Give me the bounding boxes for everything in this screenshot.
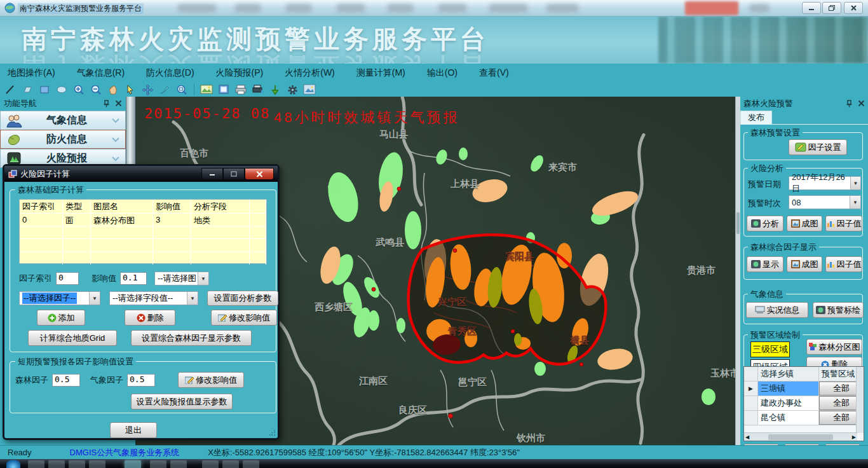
map-label: 武鸣县 xyxy=(376,237,404,249)
menu-fire-risk-forecast[interactable]: 火险预报(P) xyxy=(216,67,264,79)
dialog-minimize-button[interactable] xyxy=(201,168,223,180)
taskbar-item[interactable] xyxy=(89,460,105,468)
move-tool-icon[interactable] xyxy=(141,84,154,96)
display-button[interactable]: 显示 xyxy=(747,256,783,272)
zoom-in-icon[interactable] xyxy=(72,84,85,96)
live-info-button[interactable]: 实况信息 xyxy=(746,302,808,318)
menu-view[interactable]: 查看(V) xyxy=(479,67,509,79)
calc-grid-button[interactable]: 计算综合地质Grid xyxy=(28,330,117,346)
menu-measurement[interactable]: 测量计算(M) xyxy=(356,67,405,79)
factor-combo[interactable]: --请选择因子--▼ xyxy=(19,291,100,305)
modify-impact-button[interactable]: 修改影响值 xyxy=(211,310,277,326)
taskbar-item-active[interactable] xyxy=(125,460,141,468)
fire-factor-dialog[interactable]: 火险因子计算 森林基础因子计算 因子索引 类型 图层名 影响值 分析字段 xyxy=(3,164,280,440)
taskbar[interactable] xyxy=(0,459,868,468)
table-row[interactable]: ▶ 三塘镇 全部 xyxy=(744,382,864,396)
make-map-button[interactable]: 成图 xyxy=(787,216,822,231)
polygon-tool-icon[interactable] xyxy=(21,84,34,96)
rectangle-tool-icon[interactable] xyxy=(38,84,51,96)
pin-icon[interactable] xyxy=(103,100,110,107)
forest-zone-map-button[interactable]: 森林分区图 xyxy=(806,339,862,355)
nav-item-fire-prevention[interactable]: 防火信息 xyxy=(0,130,126,149)
taskbar-item[interactable] xyxy=(222,460,239,468)
township-cell[interactable]: 三塘镇 xyxy=(758,382,819,396)
menu-map-operations[interactable]: 地图操作(A) xyxy=(8,67,55,79)
tab-publish[interactable]: 发布 xyxy=(740,111,772,124)
factor-value-button-2[interactable]: 因子值 xyxy=(825,256,862,272)
ellipse-tool-icon[interactable] xyxy=(55,84,68,96)
close-icon[interactable] xyxy=(115,100,122,107)
township-cell[interactable]: 昆仑镇 xyxy=(758,411,819,425)
table-horizontal-scrollbar[interactable]: ◀ ▶ xyxy=(744,432,857,441)
taskbar-item[interactable] xyxy=(28,460,44,468)
factor-table-row[interactable]: 0 面 森林分布图 3 地类 xyxy=(20,214,266,226)
level3-area-button[interactable]: 三级区域 xyxy=(750,341,790,357)
taskbar-item[interactable] xyxy=(69,460,85,468)
taskbar-item[interactable] xyxy=(243,460,259,468)
pan-hand-icon[interactable] xyxy=(107,84,119,96)
make-map-button-2[interactable]: 成图 xyxy=(787,256,822,272)
settings-gear-icon[interactable] xyxy=(286,84,299,96)
factor-value-button[interactable]: 因子值 xyxy=(825,216,862,231)
close-icon[interactable] xyxy=(858,100,865,107)
window-restore-button[interactable] xyxy=(822,2,841,14)
warning-date-combo[interactable]: 2017年12月26日▼ xyxy=(789,176,861,190)
export-down-icon[interactable] xyxy=(269,84,281,96)
start-orb-icon[interactable] xyxy=(6,460,20,468)
table-vertical-scrollbar[interactable] xyxy=(856,367,864,433)
dialog-titlebar[interactable]: 火险因子计算 xyxy=(4,166,278,182)
dialog-maximize-button[interactable] xyxy=(223,168,245,180)
group-label: 森林基础因子计算 xyxy=(15,184,86,196)
print-setup-icon[interactable] xyxy=(252,84,264,96)
taskbar-item[interactable] xyxy=(48,460,65,468)
zoom-out-icon[interactable] xyxy=(90,84,102,96)
menu-fire-prevention[interactable]: 防火信息(D) xyxy=(146,67,194,79)
set-fire-display-button[interactable]: 设置火险预报值显示参数 xyxy=(131,394,233,410)
print-icon[interactable] xyxy=(234,84,247,96)
warning-plot-button[interactable]: 预警标绘 xyxy=(813,302,864,318)
layer-combo[interactable]: --请选择图▼ xyxy=(154,272,209,286)
menu-fire-analysis[interactable]: 火情分析(W) xyxy=(285,67,335,79)
map-vertical-scrollbar[interactable] xyxy=(735,97,740,445)
factor-index-input[interactable]: 0 xyxy=(56,272,79,285)
table-row[interactable]: 建政办事处 全部 xyxy=(744,396,864,411)
zoom-window-icon[interactable] xyxy=(175,84,188,96)
plot-icon xyxy=(816,306,825,314)
weather-factor-input[interactable]: 0.5 xyxy=(127,374,155,387)
analyze-button[interactable]: 分析 xyxy=(747,216,783,231)
pin-icon[interactable] xyxy=(846,100,853,107)
window-close-button[interactable] xyxy=(844,2,863,14)
add-button[interactable]: 添加 xyxy=(37,310,85,326)
select-arrow-icon[interactable] xyxy=(124,84,137,96)
dialog-close-button[interactable] xyxy=(245,168,274,180)
draw-line-icon[interactable] xyxy=(4,84,17,96)
taskbar-item[interactable] xyxy=(202,460,219,468)
layout-view-icon[interactable] xyxy=(217,84,230,96)
image-export-icon[interactable] xyxy=(200,84,213,96)
window-minimize-button[interactable] xyxy=(802,2,821,14)
fire-warning-panel: 森林火险预警 发布 森林预警设置 因子设置 火险分析 预警日期 2017年12月… xyxy=(740,97,868,445)
resize-grip[interactable] xyxy=(269,430,276,436)
field-value-combo[interactable]: --请选择字段值--▼ xyxy=(109,291,198,305)
factor-settings-button[interactable]: 因子设置 xyxy=(789,139,847,155)
table-row[interactable]: 昆仑镇 全部 xyxy=(744,411,864,425)
taskbar-item[interactable] xyxy=(150,460,166,468)
modify-impact-button-2[interactable]: 修改影响值 xyxy=(178,372,244,388)
forest-factor-input[interactable]: 0.5 xyxy=(52,374,80,387)
window-title: 南宁森林火灾监测预警业务服务平台 xyxy=(18,3,144,14)
nav-item-weather-info[interactable]: 气象信息 xyxy=(0,111,126,130)
identify-brush-icon[interactable] xyxy=(158,84,171,96)
warning-time-combo[interactable]: 08▼ xyxy=(789,195,861,209)
township-cell[interactable]: 建政办事处 xyxy=(758,396,819,410)
taskbar-item[interactable] xyxy=(170,460,187,468)
delete-factor-button[interactable]: 删除 xyxy=(125,310,175,326)
set-display-params-button[interactable]: 设置综合森林因子显示参数 xyxy=(131,330,252,346)
menu-weather-info[interactable]: 气象信息(R) xyxy=(77,67,125,79)
menu-output[interactable]: 输出(O) xyxy=(427,67,458,79)
photo-viewer-icon[interactable] xyxy=(303,84,316,96)
impact-input[interactable]: 0.1 xyxy=(120,272,147,285)
set-area-params-button[interactable]: 设置面分析参数 xyxy=(207,291,278,306)
blurred-item xyxy=(388,4,413,12)
exit-button[interactable]: 退出 xyxy=(110,422,157,438)
blurred-item xyxy=(438,4,466,12)
